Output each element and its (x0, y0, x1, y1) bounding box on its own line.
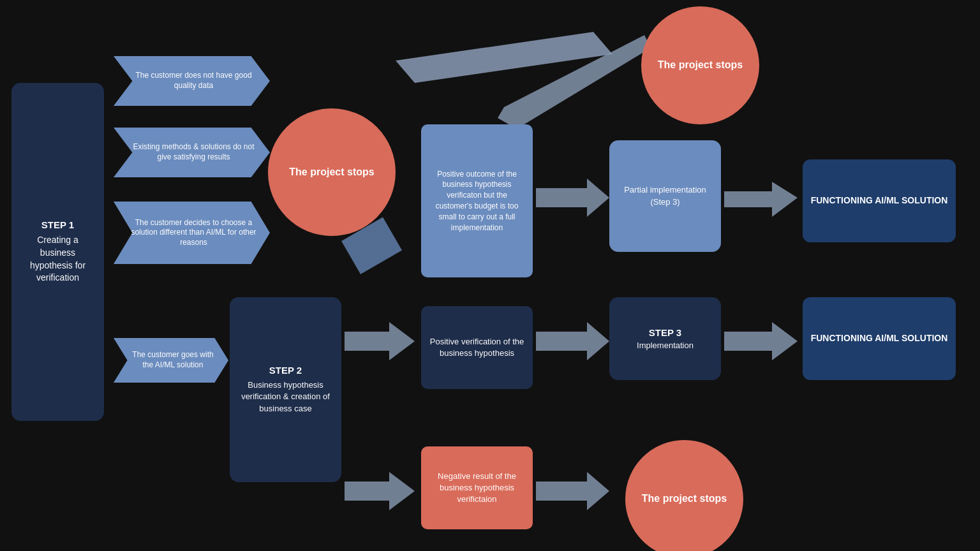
svg-marker-5 (724, 182, 798, 217)
partial-implementation-box: Partial implementation (Step 3) (609, 140, 721, 252)
functioning-top-box: FUNCTIONING AI/ML SOLUTION (803, 159, 956, 242)
step3-label: STEP 3 (649, 327, 681, 338)
project-stops-bottom: The project stops (625, 440, 743, 551)
chevron-bad-data: The customer does not have good quality … (114, 56, 270, 106)
negative-result-box: Negative result of the business hypothes… (421, 446, 533, 529)
step3-description: Implementation (637, 341, 694, 350)
step3-box: STEP 3 Implementation (609, 297, 721, 380)
svg-marker-2 (536, 179, 609, 217)
step1-box: STEP 1 Creating a business hypothesis fo… (11, 83, 104, 421)
step2-description: Business hypothesis verification & creat… (240, 379, 331, 415)
project-stops-top: The project stops (268, 108, 396, 236)
svg-marker-9 (498, 35, 651, 129)
svg-marker-0 (396, 32, 612, 83)
svg-marker-4 (724, 322, 798, 360)
step2-label: STEP 2 (269, 365, 302, 376)
chevron-different-solution: The customer decides to choose a solutio… (114, 202, 270, 264)
positive-outcome-budget-box: Positive outcome of the business hypothe… (421, 124, 533, 277)
step2-box: STEP 2 Business hypothesis verification … (230, 297, 341, 482)
svg-marker-8 (345, 472, 415, 510)
svg-marker-6 (536, 472, 609, 510)
chevron-bad-methods: Existing methods & solutions do not give… (114, 128, 270, 177)
svg-marker-3 (536, 322, 609, 360)
positive-verification-box: Positive verification of the business hy… (421, 306, 533, 389)
chevron-goes-aiml: The customer goes with the AI/ML solutio… (114, 338, 228, 383)
step1-label: STEP 1 (41, 219, 74, 230)
step1-description: Creating a business hypothesis for verif… (22, 234, 94, 284)
diagram: STEP 1 Creating a business hypothesis fo… (0, 0, 980, 551)
functioning-bottom-box: FUNCTIONING AI/ML SOLUTION (803, 297, 956, 380)
project-stops-upper-right: The project stops (641, 6, 759, 124)
svg-marker-7 (345, 322, 415, 360)
